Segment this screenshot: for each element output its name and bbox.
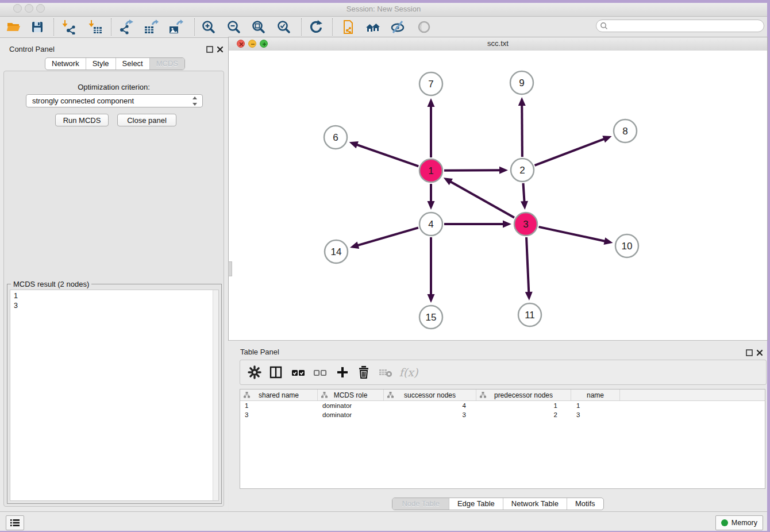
- dropdown-stepper-icon: [192, 97, 198, 106]
- graph-node-label: 11: [525, 310, 535, 321]
- select-all-columns-icon[interactable]: [291, 365, 306, 380]
- tab-node-table[interactable]: Node Table: [392, 498, 449, 510]
- graph-edge-arrowhead: [428, 98, 435, 107]
- clone-network-icon[interactable]: [340, 19, 356, 35]
- column-header-shared-name[interactable]: shared name: [240, 390, 318, 400]
- result-scrollbar[interactable]: [213, 290, 218, 500]
- graph-edge-arrowhead: [349, 141, 359, 148]
- memory-button[interactable]: Memory: [715, 515, 763, 530]
- mcds-panel: Optimization criterion: strongly connect…: [3, 71, 224, 507]
- column-header-successor-nodes[interactable]: successor nodes: [384, 390, 476, 400]
- graph-edge-1-6[interactable]: [356, 144, 418, 166]
- birds-eye-view-icon[interactable]: [416, 19, 432, 35]
- unselect-all-columns-icon[interactable]: [313, 365, 328, 380]
- graph-edge-arrowhead: [525, 292, 533, 300]
- task-history-button[interactable]: [6, 515, 24, 530]
- graph-edge-4-14[interactable]: [357, 228, 418, 245]
- run-mcds-button[interactable]: Run MCDS: [55, 114, 109, 126]
- minimize-window-button[interactable]: [25, 4, 33, 13]
- zoom-view-icon[interactable]: [260, 40, 268, 48]
- zoom-window-button[interactable]: [36, 4, 45, 13]
- table-tabs: Node Table Edge Table Network Table Moti…: [229, 498, 767, 510]
- mcds-result-text[interactable]: 1 3: [10, 290, 219, 501]
- function-builder-label: f(x): [399, 366, 418, 379]
- tab-edge-table[interactable]: Edge Table: [449, 498, 503, 510]
- tab-motifs[interactable]: Motifs: [567, 498, 603, 510]
- pane-divider-handle[interactable]: [228, 261, 232, 276]
- search-field[interactable]: [596, 20, 764, 32]
- minimize-view-icon[interactable]: [248, 40, 256, 48]
- float-panel-icon[interactable]: [206, 45, 214, 52]
- network-graph[interactable]: 7968124314101511: [229, 51, 767, 340]
- toolbar-separator: [332, 18, 333, 36]
- search-icon: [600, 22, 608, 30]
- graph-node-label: 8: [622, 126, 627, 137]
- close-panel-icon[interactable]: [217, 45, 224, 52]
- save-session-icon[interactable]: [29, 19, 45, 35]
- graph-node-label: 15: [426, 312, 437, 323]
- delete-table-icon[interactable]: [378, 365, 393, 380]
- float-table-panel-icon[interactable]: [746, 348, 753, 356]
- close-window-button[interactable]: [13, 4, 22, 13]
- graph-edge-arrowhead: [604, 237, 613, 245]
- graph-edge-3-1[interactable]: [449, 181, 514, 218]
- column-header-filler: [620, 390, 765, 400]
- graph-node-label: 4: [428, 219, 433, 230]
- hide-details-icon[interactable]: [390, 19, 406, 35]
- refresh-view-icon[interactable]: [308, 19, 324, 35]
- namespace-icon: [321, 392, 328, 398]
- tab-network-table[interactable]: Network Table: [503, 498, 567, 510]
- table-row[interactable]: 1 dominator 4 1 1: [240, 401, 765, 410]
- session-title: Session: New Session: [0, 3, 767, 16]
- graph-node-label: 14: [331, 246, 342, 257]
- import-network-icon[interactable]: [61, 19, 77, 35]
- graph-edge-2-8[interactable]: [535, 138, 606, 165]
- toolbar-separator: [111, 18, 111, 36]
- tab-select[interactable]: Select: [116, 58, 149, 70]
- graph-edge-arrowhead: [521, 201, 528, 210]
- graph-edge-3-11[interactable]: [526, 237, 529, 294]
- function-builder-icon[interactable]: f(x): [401, 365, 416, 380]
- list-icon: [10, 518, 20, 527]
- session-titlebar: Session: New Session: [0, 3, 767, 17]
- graph-node-label: 1: [428, 165, 433, 176]
- graph-edge-2-9[interactable]: [522, 104, 522, 157]
- graph-edge-arrowhead: [499, 167, 508, 174]
- graph-node-label: 3: [523, 219, 528, 230]
- graph-edge-1-2[interactable]: [444, 170, 501, 171]
- open-file-icon[interactable]: [6, 19, 22, 35]
- column-header-name[interactable]: name: [571, 390, 620, 400]
- table-toolbar: f(x): [240, 360, 767, 385]
- graph-edge-2-3[interactable]: [523, 183, 524, 203]
- close-table-panel-icon[interactable]: [756, 348, 764, 356]
- show-columns-icon[interactable]: [268, 365, 283, 380]
- table-row[interactable]: 3 dominator 3 2 3: [240, 410, 765, 419]
- table-settings-icon[interactable]: [247, 365, 262, 380]
- network-overview-icon[interactable]: [365, 19, 381, 35]
- column-header-mcds-role[interactable]: MCDS role: [318, 390, 384, 400]
- zoom-selected-icon[interactable]: [276, 19, 292, 35]
- add-column-icon[interactable]: [335, 365, 350, 380]
- graph-edge-3-10[interactable]: [538, 227, 606, 241]
- table-header-row: shared name MCDS role successor nodes pr…: [240, 390, 765, 401]
- delete-columns-icon[interactable]: [356, 365, 371, 380]
- close-view-icon[interactable]: [237, 40, 245, 48]
- table-panel-title: Table Panel: [240, 348, 279, 356]
- export-image-icon[interactable]: [168, 19, 184, 35]
- result-line: 3: [14, 301, 215, 311]
- export-network-icon[interactable]: [118, 19, 134, 35]
- export-table-icon[interactable]: [143, 19, 159, 35]
- tab-network[interactable]: Network: [45, 58, 86, 70]
- column-header-predecessor-nodes[interactable]: predecessor nodes: [476, 390, 571, 400]
- criterion-dropdown[interactable]: strongly connected component: [26, 94, 203, 107]
- tab-mcds[interactable]: MCDS: [149, 58, 184, 70]
- network-title: scc.txt: [229, 37, 767, 50]
- close-panel-button[interactable]: Close panel: [117, 114, 176, 126]
- zoom-in-icon[interactable]: [201, 19, 217, 35]
- import-table-icon[interactable]: [87, 19, 103, 35]
- zoom-fit-icon[interactable]: [251, 19, 267, 35]
- tab-style[interactable]: Style: [86, 58, 116, 70]
- zoom-out-icon[interactable]: [226, 19, 242, 35]
- network-window-titlebar[interactable]: scc.txt: [229, 37, 767, 51]
- search-input[interactable]: [610, 21, 760, 30]
